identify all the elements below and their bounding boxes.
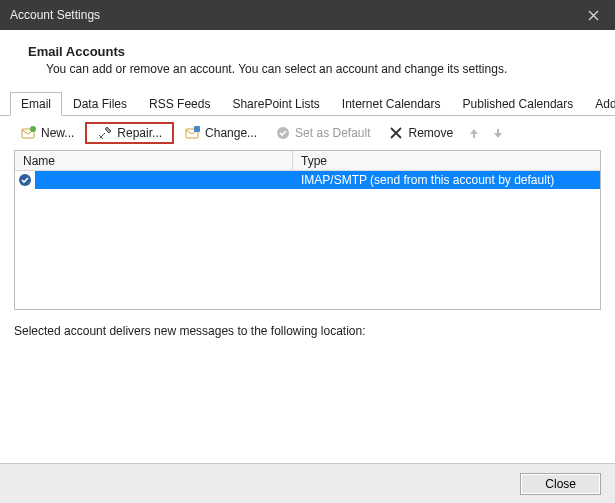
repair-icon bbox=[97, 125, 113, 141]
dialog-body: Email Accounts You can add or remove an … bbox=[0, 30, 615, 503]
change-button-label: Change... bbox=[205, 126, 257, 140]
account-list[interactable]: Name Type IMAP/SMTP (send from this acco… bbox=[14, 150, 601, 310]
repair-button[interactable]: Repair... bbox=[85, 122, 174, 144]
page-description: You can add or remove an account. You ca… bbox=[46, 62, 587, 76]
delivery-location-label: Selected account delivers new messages t… bbox=[0, 310, 615, 338]
svg-rect-3 bbox=[194, 126, 200, 132]
repair-button-label: Repair... bbox=[117, 126, 162, 140]
dialog-footer: Close bbox=[0, 463, 615, 503]
move-down-button bbox=[488, 123, 508, 143]
account-type-cell: IMAP/SMTP (send from this account by def… bbox=[293, 173, 600, 187]
new-button-label: New... bbox=[41, 126, 74, 140]
close-icon bbox=[588, 10, 599, 21]
svg-point-1 bbox=[30, 126, 36, 132]
change-icon bbox=[185, 125, 201, 141]
tab-rss-feeds[interactable]: RSS Feeds bbox=[138, 92, 221, 116]
window-close-button[interactable] bbox=[571, 0, 615, 30]
tab-address-books[interactable]: Address Books bbox=[584, 92, 615, 116]
default-account-icon bbox=[15, 171, 35, 189]
tab-strip: Email Data Files RSS Feeds SharePoint Li… bbox=[0, 92, 615, 116]
page-title: Email Accounts bbox=[28, 44, 587, 59]
titlebar: Account Settings bbox=[0, 0, 615, 30]
move-up-button bbox=[464, 123, 484, 143]
new-button[interactable]: New... bbox=[14, 122, 81, 144]
header-area: Email Accounts You can add or remove an … bbox=[0, 30, 615, 86]
tab-email[interactable]: Email bbox=[10, 92, 62, 116]
account-name-cell bbox=[35, 171, 293, 189]
change-button[interactable]: Change... bbox=[178, 122, 264, 144]
set-default-button: Set as Default bbox=[268, 122, 377, 144]
tab-sharepoint-lists[interactable]: SharePoint Lists bbox=[221, 92, 330, 116]
arrow-down-icon bbox=[492, 127, 504, 139]
account-name-text bbox=[39, 171, 189, 189]
column-header-name[interactable]: Name bbox=[15, 151, 293, 170]
check-circle-icon bbox=[275, 125, 291, 141]
mail-new-icon bbox=[21, 125, 37, 141]
list-header: Name Type bbox=[15, 151, 600, 171]
remove-icon bbox=[388, 125, 404, 141]
remove-button[interactable]: Remove bbox=[381, 122, 460, 144]
remove-button-label: Remove bbox=[408, 126, 453, 140]
tab-data-files[interactable]: Data Files bbox=[62, 92, 138, 116]
window-title: Account Settings bbox=[10, 8, 100, 22]
tab-published-calendars[interactable]: Published Calendars bbox=[452, 92, 585, 116]
toolbar: New... Repair... Change... Set as Defaul… bbox=[0, 116, 615, 150]
column-header-type[interactable]: Type bbox=[293, 151, 600, 170]
close-button[interactable]: Close bbox=[520, 473, 601, 495]
arrow-up-icon bbox=[468, 127, 480, 139]
tab-internet-calendars[interactable]: Internet Calendars bbox=[331, 92, 452, 116]
account-row[interactable]: IMAP/SMTP (send from this account by def… bbox=[15, 171, 600, 189]
set-default-button-label: Set as Default bbox=[295, 126, 370, 140]
